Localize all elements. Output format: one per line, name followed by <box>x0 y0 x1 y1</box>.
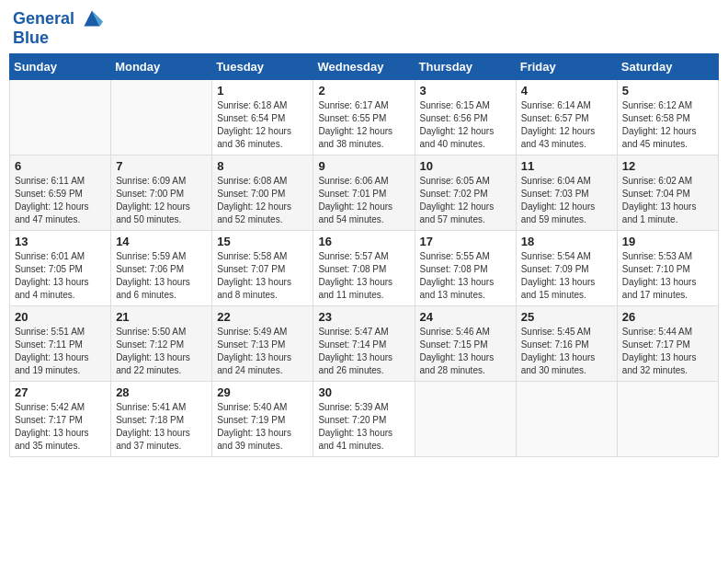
day-number: 1 <box>217 84 308 98</box>
day-info: Sunrise: 6:02 AM Sunset: 7:04 PM Dayligh… <box>622 175 713 226</box>
calendar-cell: 20Sunrise: 5:51 AM Sunset: 7:11 PM Dayli… <box>10 305 111 381</box>
day-number: 2 <box>318 84 409 98</box>
day-info: Sunrise: 6:04 AM Sunset: 7:03 PM Dayligh… <box>521 175 612 226</box>
calendar-cell: 28Sunrise: 5:41 AM Sunset: 7:18 PM Dayli… <box>111 381 212 456</box>
day-number: 26 <box>622 310 713 324</box>
day-info: Sunrise: 5:53 AM Sunset: 7:10 PM Dayligh… <box>622 250 713 302</box>
day-number: 19 <box>622 235 713 248</box>
day-info: Sunrise: 6:06 AM Sunset: 7:01 PM Dayligh… <box>318 175 409 226</box>
calendar-cell: 4Sunrise: 6:14 AM Sunset: 6:57 PM Daylig… <box>516 79 617 155</box>
calendar-cell: 7Sunrise: 6:09 AM Sunset: 7:00 PM Daylig… <box>111 155 212 230</box>
calendar-week-3: 13Sunrise: 6:01 AM Sunset: 7:05 PM Dayli… <box>10 230 719 305</box>
day-number: 24 <box>420 310 511 324</box>
day-number: 6 <box>15 159 106 173</box>
day-number: 9 <box>318 159 409 173</box>
day-number: 4 <box>521 84 612 98</box>
calendar-cell: 1Sunrise: 6:18 AM Sunset: 6:54 PM Daylig… <box>212 79 313 155</box>
day-number: 25 <box>521 310 612 324</box>
calendar-cell <box>617 381 718 456</box>
calendar-cell: 26Sunrise: 5:44 AM Sunset: 7:17 PM Dayli… <box>617 305 718 381</box>
day-number: 3 <box>420 84 511 98</box>
weekday-header-friday: Friday <box>516 53 617 79</box>
calendar-week-5: 27Sunrise: 5:42 AM Sunset: 7:17 PM Dayli… <box>10 381 719 456</box>
day-info: Sunrise: 6:18 AM Sunset: 6:54 PM Dayligh… <box>217 99 308 151</box>
weekday-header-tuesday: Tuesday <box>212 53 313 79</box>
day-info: Sunrise: 6:08 AM Sunset: 7:00 PM Dayligh… <box>217 175 308 226</box>
calendar-cell <box>10 79 111 155</box>
calendar-week-2: 6Sunrise: 6:11 AM Sunset: 6:59 PM Daylig… <box>10 155 719 230</box>
weekday-header-thursday: Thursday <box>415 53 516 79</box>
day-info: Sunrise: 6:12 AM Sunset: 6:58 PM Dayligh… <box>622 99 713 151</box>
calendar-cell: 10Sunrise: 6:05 AM Sunset: 7:02 PM Dayli… <box>415 155 516 230</box>
day-info: Sunrise: 5:39 AM Sunset: 7:20 PM Dayligh… <box>318 401 409 453</box>
logo-text: General <box>13 9 103 29</box>
day-number: 23 <box>318 310 409 324</box>
day-info: Sunrise: 5:45 AM Sunset: 7:16 PM Dayligh… <box>521 326 612 377</box>
day-number: 12 <box>622 159 713 173</box>
day-info: Sunrise: 5:41 AM Sunset: 7:18 PM Dayligh… <box>116 401 207 453</box>
page-header: General Blue <box>9 9 719 48</box>
day-info: Sunrise: 6:09 AM Sunset: 7:00 PM Dayligh… <box>116 175 207 226</box>
calendar-cell: 27Sunrise: 5:42 AM Sunset: 7:17 PM Dayli… <box>10 381 111 456</box>
day-info: Sunrise: 5:44 AM Sunset: 7:17 PM Dayligh… <box>622 326 713 377</box>
calendar-cell: 25Sunrise: 5:45 AM Sunset: 7:16 PM Dayli… <box>516 305 617 381</box>
calendar-cell: 18Sunrise: 5:54 AM Sunset: 7:09 PM Dayli… <box>516 230 617 305</box>
day-number: 22 <box>217 310 308 324</box>
calendar-table: SundayMondayTuesdayWednesdayThursdayFrid… <box>9 53 719 457</box>
calendar-cell: 16Sunrise: 5:57 AM Sunset: 7:08 PM Dayli… <box>313 230 415 305</box>
calendar-cell: 6Sunrise: 6:11 AM Sunset: 6:59 PM Daylig… <box>10 155 111 230</box>
calendar-cell: 11Sunrise: 6:04 AM Sunset: 7:03 PM Dayli… <box>516 155 617 230</box>
day-number: 20 <box>15 310 106 324</box>
calendar-cell: 22Sunrise: 5:49 AM Sunset: 7:13 PM Dayli… <box>212 305 313 381</box>
day-info: Sunrise: 5:40 AM Sunset: 7:19 PM Dayligh… <box>217 401 308 453</box>
calendar-cell: 12Sunrise: 6:02 AM Sunset: 7:04 PM Dayli… <box>617 155 718 230</box>
weekday-header-saturday: Saturday <box>617 53 718 79</box>
calendar-cell: 14Sunrise: 5:59 AM Sunset: 7:06 PM Dayli… <box>111 230 212 305</box>
calendar-cell: 3Sunrise: 6:15 AM Sunset: 6:56 PM Daylig… <box>415 79 516 155</box>
day-info: Sunrise: 5:42 AM Sunset: 7:17 PM Dayligh… <box>15 401 106 453</box>
day-number: 16 <box>318 235 409 248</box>
day-info: Sunrise: 5:50 AM Sunset: 7:12 PM Dayligh… <box>116 326 207 377</box>
day-number: 27 <box>15 385 106 399</box>
day-number: 7 <box>116 159 207 173</box>
calendar-cell: 17Sunrise: 5:55 AM Sunset: 7:08 PM Dayli… <box>415 230 516 305</box>
day-info: Sunrise: 5:58 AM Sunset: 7:07 PM Dayligh… <box>217 250 308 302</box>
calendar-cell: 21Sunrise: 5:50 AM Sunset: 7:12 PM Dayli… <box>111 305 212 381</box>
calendar-cell: 30Sunrise: 5:39 AM Sunset: 7:20 PM Dayli… <box>313 381 415 456</box>
calendar-cell: 23Sunrise: 5:47 AM Sunset: 7:14 PM Dayli… <box>313 305 415 381</box>
day-number: 5 <box>622 84 713 98</box>
day-number: 28 <box>116 385 207 399</box>
day-info: Sunrise: 6:01 AM Sunset: 7:05 PM Dayligh… <box>15 250 106 302</box>
calendar-cell <box>516 381 617 456</box>
day-info: Sunrise: 6:11 AM Sunset: 6:59 PM Dayligh… <box>15 175 106 226</box>
day-info: Sunrise: 5:51 AM Sunset: 7:11 PM Dayligh… <box>15 326 106 377</box>
calendar-cell: 9Sunrise: 6:06 AM Sunset: 7:01 PM Daylig… <box>313 155 415 230</box>
calendar-week-4: 20Sunrise: 5:51 AM Sunset: 7:11 PM Dayli… <box>10 305 719 381</box>
day-number: 30 <box>318 385 409 399</box>
day-info: Sunrise: 5:54 AM Sunset: 7:09 PM Dayligh… <box>521 250 612 302</box>
weekday-header-monday: Monday <box>111 53 212 79</box>
logo-text2: Blue <box>13 29 103 48</box>
day-number: 15 <box>217 235 308 248</box>
day-info: Sunrise: 5:49 AM Sunset: 7:13 PM Dayligh… <box>217 326 308 377</box>
day-info: Sunrise: 5:55 AM Sunset: 7:08 PM Dayligh… <box>420 250 511 302</box>
weekday-header-wednesday: Wednesday <box>313 53 415 79</box>
logo: General Blue <box>13 9 103 48</box>
calendar-cell: 8Sunrise: 6:08 AM Sunset: 7:00 PM Daylig… <box>212 155 313 230</box>
day-number: 8 <box>217 159 308 173</box>
day-info: Sunrise: 5:57 AM Sunset: 7:08 PM Dayligh… <box>318 250 409 302</box>
day-info: Sunrise: 5:46 AM Sunset: 7:15 PM Dayligh… <box>420 326 511 377</box>
day-info: Sunrise: 5:59 AM Sunset: 7:06 PM Dayligh… <box>116 250 207 302</box>
day-info: Sunrise: 6:17 AM Sunset: 6:55 PM Dayligh… <box>318 99 409 151</box>
calendar-cell: 13Sunrise: 6:01 AM Sunset: 7:05 PM Dayli… <box>10 230 111 305</box>
calendar-cell: 5Sunrise: 6:12 AM Sunset: 6:58 PM Daylig… <box>617 79 718 155</box>
day-number: 17 <box>420 235 511 248</box>
calendar-week-1: 1Sunrise: 6:18 AM Sunset: 6:54 PM Daylig… <box>10 79 719 155</box>
weekday-header-row: SundayMondayTuesdayWednesdayThursdayFrid… <box>10 53 719 79</box>
day-info: Sunrise: 5:47 AM Sunset: 7:14 PM Dayligh… <box>318 326 409 377</box>
day-number: 29 <box>217 385 308 399</box>
calendar-cell: 19Sunrise: 5:53 AM Sunset: 7:10 PM Dayli… <box>617 230 718 305</box>
day-info: Sunrise: 6:14 AM Sunset: 6:57 PM Dayligh… <box>521 99 612 151</box>
calendar-cell <box>415 381 516 456</box>
day-number: 11 <box>521 159 612 173</box>
